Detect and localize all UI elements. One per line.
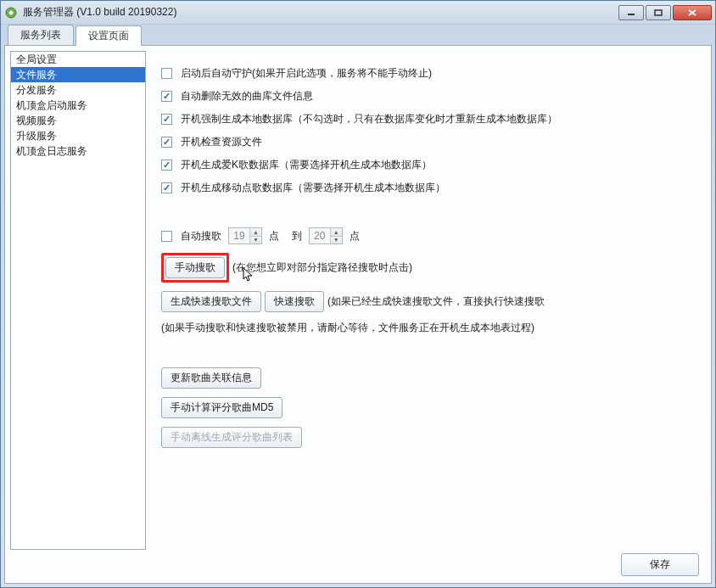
label-check-resources: 开机检查资源文件 (181, 135, 262, 149)
label-gen-aik-db: 开机生成爱K歌数据库（需要选择开机生成本地数据库） (181, 158, 432, 172)
spinner-down-icon[interactable]: ▼ (250, 236, 261, 244)
sidebar-item-file-service[interactable]: 文件服务 (11, 67, 145, 82)
label-auto-delete-invalid: 自动删除无效的曲库文件信息 (181, 89, 313, 104)
client-area: 全局设置 文件服务 分发服务 机顶盒启动服务 视频服务 升级服务 机顶盒日志服务… (4, 45, 712, 584)
offline-gen-button: 手动离线生成评分歌曲列表 (161, 427, 302, 448)
settings-content: 启动后自动守护(如果开启此选项，服务将不能手动终止) 自动删除无效的曲库文件信息… (153, 51, 706, 550)
spinner-to-input[interactable] (310, 228, 330, 244)
fast-search-note: (如果已经生成快速搜歌文件，直接执行快速搜歌 (327, 294, 545, 309)
app-window: 服务管理器 (V1.0 build 20190322) 服务列表 设置页面 全局… (0, 0, 716, 588)
gen-fast-search-button[interactable]: 生成快速搜歌文件 (161, 291, 261, 312)
maximize-button[interactable] (646, 5, 671, 20)
spinner-up-icon[interactable]: ▲ (250, 228, 261, 236)
sidebar-item-global[interactable]: 全局设置 (11, 52, 145, 67)
label-unit1: 点 (269, 229, 279, 244)
checkbox-check-resources[interactable] (161, 137, 172, 148)
label-unit2: 点 (350, 229, 360, 244)
waiting-note: (如果手动搜歌和快速搜歌被禁用，请耐心等待，文件服务正在开机生成本地表过程) (161, 321, 534, 335)
update-assoc-button[interactable]: 更新歌曲关联信息 (161, 367, 261, 389)
tab-settings[interactable]: 设置页面 (76, 25, 142, 46)
checkbox-auto-guard[interactable] (161, 68, 172, 79)
label-sep: 到 (292, 229, 302, 244)
label-force-gen-db: 开机强制生成本地数据库（不勾选时，只有在数据库变化时才重新生成本地数据库） (181, 112, 557, 126)
spinner-up-icon[interactable]: ▲ (331, 228, 342, 236)
minimize-button[interactable] (618, 5, 644, 20)
spinner-from-input[interactable] (229, 228, 249, 244)
tab-service-list[interactable]: 服务列表 (8, 25, 74, 45)
spinner-to-hour[interactable]: ▲▼ (309, 227, 343, 244)
sidebar-item-distribute[interactable]: 分发服务 (11, 82, 145, 98)
sidebar-item-stb-log[interactable]: 机顶盒日志服务 (11, 143, 145, 159)
app-icon (4, 6, 18, 20)
titlebar: 服务管理器 (V1.0 build 20190322) (1, 1, 715, 25)
manual-search-note: (在您想立即对部分指定路径搜歌时点击) (232, 260, 412, 275)
checkbox-gen-aik-db[interactable] (161, 160, 172, 171)
calc-md5-button[interactable]: 手动计算评分歌曲MD5 (161, 397, 282, 418)
label-auto-guard: 启动后自动守护(如果开启此选项，服务将不能手动终止) (181, 66, 432, 81)
sidebar-item-video[interactable]: 视频服务 (11, 113, 145, 128)
close-button[interactable] (673, 5, 712, 20)
spinner-down-icon[interactable]: ▼ (331, 236, 342, 244)
svg-rect-2 (655, 10, 662, 15)
save-button[interactable]: 保存 (621, 553, 699, 576)
tabbar: 服务列表 设置页面 (1, 25, 715, 45)
bottom-bar: 保存 (10, 550, 706, 578)
manual-search-button[interactable]: 手动搜歌 (165, 257, 225, 278)
settings-sidebar: 全局设置 文件服务 分发服务 机顶盒启动服务 视频服务 升级服务 机顶盒日志服务 (10, 51, 146, 550)
label-gen-mobile-db: 开机生成移动点歌数据库（需要选择开机生成本地数据库） (181, 181, 445, 195)
checkbox-auto-delete-invalid[interactable] (161, 91, 172, 102)
main: 全局设置 文件服务 分发服务 机顶盒启动服务 视频服务 升级服务 机顶盒日志服务… (10, 51, 706, 550)
window-controls (617, 5, 712, 20)
label-auto-search: 自动搜歌 (181, 229, 221, 244)
sidebar-item-stb-startup[interactable]: 机顶盒启动服务 (11, 98, 145, 113)
checkbox-force-gen-db[interactable] (161, 114, 172, 125)
fast-search-button[interactable]: 快速搜歌 (265, 291, 324, 312)
sidebar-item-upgrade[interactable]: 升级服务 (11, 128, 145, 143)
checkbox-gen-mobile-db[interactable] (161, 182, 172, 193)
spinner-from-hour[interactable]: ▲▼ (228, 227, 262, 244)
checkbox-auto-search[interactable] (161, 231, 172, 242)
highlight-box: 手动搜歌 (161, 253, 229, 283)
window-title: 服务管理器 (V1.0 build 20190322) (23, 5, 176, 20)
